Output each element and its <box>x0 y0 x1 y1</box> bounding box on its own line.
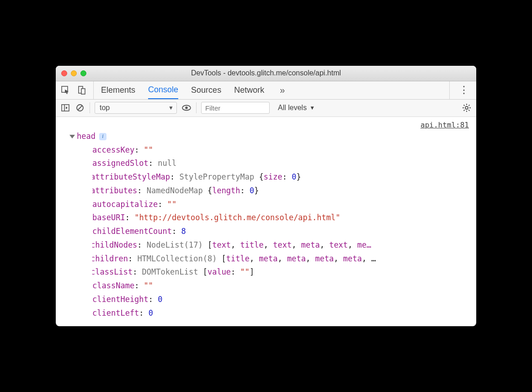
property-key: assignedSlot <box>92 159 149 168</box>
separator <box>90 102 90 113</box>
inspect-element-icon[interactable] <box>60 85 70 95</box>
tab-elements[interactable]: Elements <box>101 81 135 99</box>
devtools-tabbar: Elements Console Sources Network » ⋮ <box>56 81 476 100</box>
property-value-part: , <box>250 254 259 263</box>
console-sidebar-toggle-icon[interactable] <box>60 103 70 113</box>
svg-point-8 <box>185 106 188 109</box>
property-value-part: size <box>264 172 282 181</box>
device-toolbar-icon[interactable] <box>77 85 87 95</box>
property-row[interactable]: children: HTMLCollection(8) [title, meta… <box>92 252 470 266</box>
property-row[interactable]: attributeStyleMap: StylePropertyMap {siz… <box>92 170 470 184</box>
property-value-part: me… <box>357 240 372 249</box>
property-value-part: , <box>277 254 287 263</box>
property-key: accessKey <box>92 145 134 154</box>
property-value-part: [ <box>222 254 226 263</box>
log-levels-selector[interactable]: All levels ▼ <box>278 104 315 112</box>
property-row: baseURI: "http://devtools.glitch.me/cons… <box>92 211 470 225</box>
chevron-down-icon: ▼ <box>168 105 174 111</box>
property-key: clientHeight <box>92 295 149 304</box>
object-header[interactable]: head i <box>69 130 470 143</box>
source-link[interactable]: api.html:81 <box>420 119 469 132</box>
log-levels-label: All levels <box>278 104 307 112</box>
titlebar: DevTools - devtools.glitch.me/console/ap… <box>56 66 476 81</box>
tab-sources[interactable]: Sources <box>191 81 221 99</box>
property-value-part: { <box>259 172 263 181</box>
property-value: "http://devtools.glitch.me/console/api.h… <box>134 213 340 222</box>
live-expression-icon[interactable] <box>181 103 192 113</box>
property-value-part: : <box>231 267 240 276</box>
svg-rect-3 <box>62 105 69 111</box>
clear-console-icon[interactable] <box>75 103 85 113</box>
console-output: api.html:81 head i accessKey: ""assigned… <box>56 117 476 327</box>
console-settings-icon[interactable] <box>462 103 472 113</box>
property-key: childElementCount <box>92 227 172 236</box>
property-value-part: meta <box>343 254 362 263</box>
property-value-part: StylePropertyMap <box>179 172 259 181</box>
property-value-part: NamedNodeMap <box>147 186 207 195</box>
property-key: attributeStyleMap <box>92 172 170 181</box>
separator <box>196 102 197 113</box>
svg-line-6 <box>78 106 82 110</box>
object-name: head <box>77 130 96 143</box>
property-value-part: [ <box>207 240 212 249</box>
property-row[interactable]: classList: DOMTokenList [value: ""] <box>92 265 470 279</box>
property-value-part: , <box>306 254 315 263</box>
property-value-part: NodeList(17) <box>147 240 207 249</box>
property-value-part: meta <box>301 240 320 249</box>
window-title: DevTools - devtools.glitch.me/console/ap… <box>56 69 476 77</box>
property-value: 0 <box>158 295 162 304</box>
property-key: baseURI <box>92 213 125 222</box>
property-value-part: "" <box>240 267 250 276</box>
property-value: 0 <box>149 308 153 318</box>
more-options-button[interactable]: ⋮ <box>456 84 472 96</box>
property-value-part: length <box>212 186 240 195</box>
console-controlbar: top ▼ All levels ▼ <box>56 100 476 117</box>
object-properties: accessKey: ""assignedSlot: nullattribute… <box>76 143 470 320</box>
property-key: className <box>92 281 134 290</box>
property-row[interactable]: attributes: NamedNodeMap {length: 0} <box>92 184 470 198</box>
info-badge-icon[interactable]: i <box>99 133 106 140</box>
property-row[interactable]: childNodes: NodeList(17) [text, title, t… <box>92 238 470 252</box>
property-value-part: } <box>296 172 301 181</box>
property-key: attributes <box>92 186 137 195</box>
property-value-part: title <box>226 254 250 263</box>
property-key: children <box>92 254 128 263</box>
svg-point-9 <box>465 106 468 109</box>
property-value-part: , <box>292 240 301 249</box>
property-value-part: : <box>282 172 292 181</box>
property-row: accessKey: "" <box>92 143 470 157</box>
logged-object: head i accessKey: ""assignedSlot: nullat… <box>62 130 470 320</box>
property-value-part: , <box>348 240 357 249</box>
property-row: autocapitalize: "" <box>92 198 470 212</box>
property-value-part: 0 <box>292 172 296 181</box>
property-key: clientLeft <box>92 308 139 318</box>
property-row: assignedSlot: null <box>92 157 470 170</box>
property-value-part: meta <box>259 254 278 263</box>
svg-line-14 <box>464 105 465 106</box>
property-value-part: 0 <box>250 186 254 195</box>
svg-line-15 <box>468 110 469 111</box>
property-value-part: [ <box>203 267 207 276</box>
svg-line-16 <box>464 110 465 111</box>
property-value: 8 <box>181 227 186 236</box>
filter-input[interactable] <box>201 102 270 114</box>
context-selector[interactable]: top ▼ <box>95 102 177 114</box>
property-value-part: HTMLCollection(8) <box>137 254 221 263</box>
tab-console[interactable]: Console <box>148 81 178 99</box>
property-value: "" <box>144 281 153 290</box>
property-value-part: title <box>240 240 264 249</box>
property-value-part: text <box>212 240 231 249</box>
property-value: "" <box>144 145 153 154</box>
tab-network[interactable]: Network <box>234 81 264 99</box>
property-value: "" <box>167 200 176 209</box>
disclosure-triangle-icon[interactable] <box>69 135 75 138</box>
property-value-part: text <box>273 240 292 249</box>
svg-line-17 <box>468 105 469 106</box>
property-value-part: text <box>329 240 348 249</box>
property-value-part: DOMTokenList <box>142 267 203 276</box>
property-row: className: "" <box>92 279 470 293</box>
svg-rect-2 <box>81 89 85 94</box>
property-value-part: , <box>231 240 240 249</box>
property-row: childElementCount: 8 <box>92 225 470 238</box>
tabs-overflow-button[interactable]: » <box>280 85 285 95</box>
